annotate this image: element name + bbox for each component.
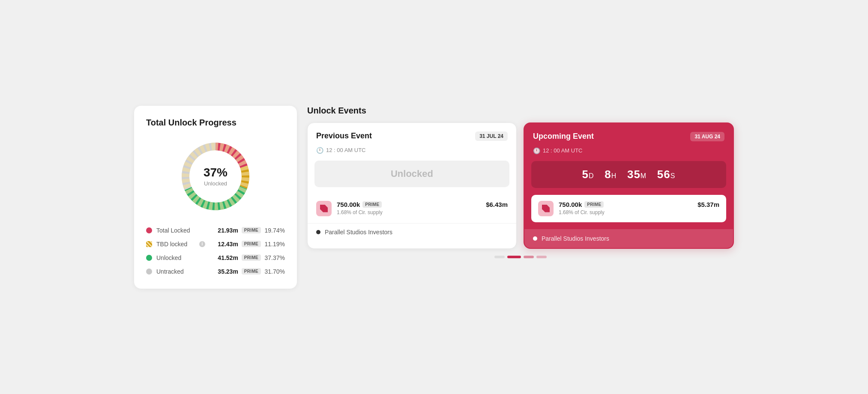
upcoming-token-supply: 1.68% of Cir. supply [559,209,719,215]
countdown-text: 5D 8H 35M 56S [538,168,719,181]
badge-prime-untracked: PRIME [242,268,261,275]
upcoming-token-badge: PRIME [584,201,604,208]
hours-unit: H [611,172,617,179]
donut-chart: 37% Unlocked [177,138,254,215]
upcoming-token-icon-shape [542,205,550,212]
legend-row-unlocked: Unlocked 41.52m PRIME 37.37% [146,254,285,261]
donut-label: Unlocked [204,180,227,186]
countdown-seconds: 56 [657,168,670,181]
badge-prime-unlocked: PRIME [242,254,261,261]
countdown-container: 5D 8H 35M 56S [531,161,726,188]
previous-token-badge: PRIME [362,201,382,208]
upcoming-investor-bar: Parallel Studios Investors [524,229,733,248]
countdown-days: 5 [582,168,589,181]
legend-dot-locked [146,227,152,233]
previous-token-info: 750.00k PRIME $6.43m 1.68% of Cir. suppl… [308,194,516,223]
unlocked-status-button: Unlocked [314,161,509,187]
main-container: Total Unlock Progress [134,106,734,289]
legend-name-unlocked: Unlocked [156,254,195,261]
days-unit: D [589,172,594,179]
legend-name-untracked: Untracked [156,268,195,275]
badge-prime-tbd: PRIME [242,241,261,247]
previous-event-title: Previous Event [316,131,372,140]
legend-amount-locked: 21.93m [218,227,238,234]
previous-event-card: Previous Event 31 JUL 24 🕛 12 : 00 AM UT… [307,122,517,249]
seconds-unit: S [670,172,676,179]
previous-investor-dot [316,230,320,234]
previous-token-row1: 750.00k PRIME $6.43m [337,201,508,208]
minutes-unit: M [641,172,647,179]
donut-chart-container: 37% Unlocked [146,138,285,215]
legend-name-tbd: TBD locked [156,241,195,248]
upcoming-token-details: 750.00k PRIME $5.37m 1.68% of Cir. suppl… [559,201,719,215]
upcoming-event-title: Upcoming Event [533,132,594,141]
previous-token-icon [316,201,332,216]
upcoming-investor-name: Parallel Studios Investors [542,235,609,242]
previous-event-header: Previous Event 31 JUL 24 [308,123,516,147]
previous-token-supply: 1.68% of Cir. supply [337,209,508,215]
legend-pct-unlocked: 37.37% [264,254,285,261]
upcoming-event-time: 🕛 12 : 00 AM UTC [524,147,733,161]
donut-center: 37% Unlocked [204,166,227,186]
previous-token-details: 750.00k PRIME $6.43m 1.68% of Cir. suppl… [337,201,508,215]
page-dot-2-active[interactable] [507,256,521,258]
legend-dot-unlocked [146,255,152,261]
legend-row-locked: Total Locked 21.93m PRIME 19.74% [146,227,285,234]
legend: Total Locked 21.93m PRIME 19.74% TBD loc… [146,227,285,275]
upcoming-token-amount: 750.00k [559,201,582,208]
events-row: Previous Event 31 JUL 24 🕛 12 : 00 AM UT… [307,122,734,249]
legend-row-untracked: Untracked 35.23m PRIME 31.70% [146,268,285,275]
events-title: Unlock Events [307,106,734,116]
legend-dot-untracked [146,269,152,275]
countdown-hours: 8 [605,168,611,181]
previous-clock-icon: 🕛 [316,147,323,154]
legend-pct-locked: 19.74% [264,227,285,234]
previous-event-time: 🕛 12 : 00 AM UTC [308,147,516,161]
legend-amount-untracked: 35.23m [218,268,238,275]
upcoming-investor-dot [533,236,537,241]
previous-event-date: 31 JUL 24 [475,131,508,141]
upcoming-token-usd: $5.37m [697,201,719,208]
page-dot-4[interactable] [536,256,547,258]
previous-token-amount: 750.00k [337,201,360,208]
legend-amount-unlocked: 41.52m [218,254,238,261]
pagination [307,256,734,258]
total-unlock-progress-card: Total Unlock Progress [134,106,297,289]
badge-prime-locked: PRIME [242,227,261,233]
previous-investor-name: Parallel Studios Investors [325,229,392,236]
tbd-info-icon[interactable]: i [199,241,205,247]
upcoming-clock-icon: 🕛 [533,147,540,154]
upcoming-event-card: Upcoming Event 31 AUG 24 🕛 12 : 00 AM UT… [524,122,734,249]
upcoming-token-info: 750.00k PRIME $5.37m 1.68% of Cir. suppl… [531,195,726,222]
upcoming-event-header: Upcoming Event 31 AUG 24 [524,123,733,147]
upcoming-token-icon [538,201,554,216]
legend-pct-untracked: 31.70% [264,268,285,275]
legend-name-locked: Total Locked [156,227,195,234]
legend-row-tbd: TBD locked i 12.43m PRIME 11.19% [146,241,285,248]
previous-investor-bar: Parallel Studios Investors [308,223,516,241]
legend-dot-tbd [146,241,152,247]
page-dot-1[interactable] [494,256,505,258]
upcoming-event-date: 31 AUG 24 [690,132,724,141]
page-dot-3[interactable] [524,256,534,258]
legend-amount-tbd: 12.43m [218,241,238,248]
donut-percent: 37% [204,166,227,178]
token-icon-shape [320,205,328,212]
events-section: Unlock Events Previous Event 31 JUL 24 🕛… [307,106,734,258]
countdown-minutes: 35 [627,168,641,181]
upcoming-token-row1: 750.00k PRIME $5.37m [559,201,719,208]
legend-pct-tbd: 11.19% [264,241,285,248]
previous-token-usd: $6.43m [486,201,508,208]
left-card-title: Total Unlock Progress [146,118,285,128]
